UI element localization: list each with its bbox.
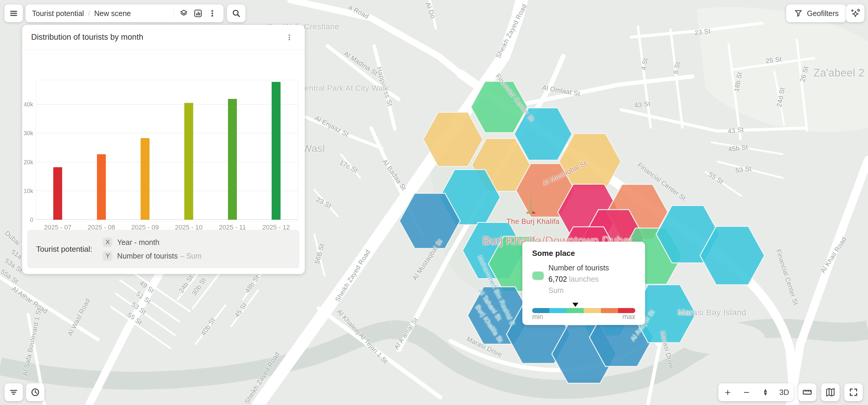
y-tick-label: 0 bbox=[30, 216, 33, 223]
scale-marker-icon bbox=[572, 303, 578, 307]
ruler-icon bbox=[802, 387, 812, 397]
y-tick-label: 30k bbox=[24, 130, 33, 136]
chart-card-header: Distribution of tourists by month bbox=[22, 25, 305, 50]
fullscreen-icon bbox=[849, 387, 858, 397]
bar-chart-plot[interactable]: 010k20k30k40k2025 - 072025 - 082025 - 09… bbox=[22, 50, 305, 230]
scale-min-label: min bbox=[532, 313, 543, 321]
clock-icon bbox=[31, 387, 40, 397]
scene-toolbar: Tourist potential / New scene bbox=[26, 4, 223, 22]
map-feature-tooltip: Some place Number of tourists 6,702 laun… bbox=[522, 242, 645, 325]
compass-needle-icon bbox=[761, 388, 770, 397]
chart-bar[interactable] bbox=[97, 154, 106, 220]
kebab-icon bbox=[208, 9, 216, 18]
y-axis-row: Y Number of tourists– Sum bbox=[103, 251, 202, 260]
zoom-in-button[interactable]: + bbox=[719, 384, 736, 400]
main-menu-button[interactable] bbox=[4, 4, 23, 22]
x-tick-label: 2025 - 07 bbox=[44, 223, 71, 230]
zoom-out-button[interactable]: − bbox=[738, 384, 755, 400]
app-root: City Walk Crestlanea RoadAl DoAl Madina … bbox=[0, 0, 868, 405]
tooltip-value: 6,702 bbox=[549, 275, 567, 283]
chart-bar[interactable] bbox=[184, 103, 193, 220]
gradient-segment bbox=[566, 308, 584, 313]
gradient-segment bbox=[584, 308, 601, 313]
3d-mode-button[interactable]: 3D bbox=[776, 384, 793, 400]
chart-bar[interactable] bbox=[141, 138, 149, 220]
geofilters-button[interactable]: Geofilters bbox=[786, 4, 846, 22]
tooltip-metric-name: Number of tourists bbox=[549, 263, 609, 272]
tooltip-aggregation: Sum bbox=[549, 286, 563, 295]
toolbar-divider bbox=[174, 8, 174, 19]
filter-data-button[interactable] bbox=[4, 383, 23, 401]
chart-title: Distribution of tourists by month bbox=[31, 33, 143, 42]
y-axis-badge: Y bbox=[103, 251, 112, 260]
breadcrumb-separator: / bbox=[88, 9, 90, 18]
hamburger-icon bbox=[9, 9, 18, 18]
layers-icon bbox=[179, 9, 188, 18]
x-tick-label: 2025 - 12 bbox=[262, 223, 290, 230]
y-axis-label: Number of tourists bbox=[117, 252, 178, 260]
breadcrumb-project[interactable]: Tourist potential bbox=[32, 9, 84, 18]
charts-button[interactable] bbox=[191, 6, 205, 21]
basemap-button[interactable] bbox=[821, 383, 840, 401]
x-axis-badge: X bbox=[103, 238, 112, 247]
gradient-segment bbox=[601, 308, 618, 313]
color-scale bbox=[532, 303, 635, 315]
funnel-icon bbox=[794, 9, 803, 18]
x-tick-label: 2025 - 09 bbox=[131, 223, 159, 230]
dataset-label: Tourist potential: bbox=[36, 245, 92, 254]
feature-color-swatch bbox=[532, 271, 544, 280]
x-tick-label: 2025 - 08 bbox=[88, 223, 115, 230]
chart-bar[interactable] bbox=[228, 99, 237, 220]
y-axis-aggregation: – Sum bbox=[180, 252, 202, 260]
x-axis-row: X Year - month bbox=[103, 238, 202, 247]
y-tick-label: 20k bbox=[24, 159, 33, 165]
chart-card: Distribution of tourists by month 010k20… bbox=[22, 25, 305, 274]
bar-chart-icon bbox=[193, 9, 203, 18]
chart-legend-panel: Tourist potential: X Year - month Y Numb… bbox=[27, 230, 300, 268]
layers-button[interactable] bbox=[177, 6, 191, 21]
more-options-button[interactable] bbox=[205, 6, 219, 21]
x-tick-label: 2025 - 10 bbox=[175, 223, 203, 230]
compass-button[interactable] bbox=[757, 384, 774, 400]
gradient-segment bbox=[618, 308, 635, 313]
scale-max-label: max bbox=[623, 313, 635, 321]
fullscreen-button[interactable] bbox=[844, 383, 863, 401]
y-tick-label: 40k bbox=[24, 101, 33, 107]
sparkle-icon bbox=[850, 8, 860, 19]
map-navigation-group: + − 3D bbox=[718, 383, 794, 401]
map-icon bbox=[825, 387, 835, 397]
x-tick-label: 2025 - 11 bbox=[219, 223, 246, 230]
chart-bar[interactable] bbox=[272, 82, 280, 220]
geofilters-label: Geofilters bbox=[807, 9, 839, 18]
tooltip-unit: launches bbox=[569, 275, 599, 283]
tooltip-title: Some place bbox=[532, 249, 575, 258]
chart-menu-button[interactable] bbox=[283, 31, 296, 44]
gradient-segment bbox=[532, 308, 549, 313]
search-icon bbox=[231, 9, 241, 18]
ai-assistant-button[interactable] bbox=[846, 4, 864, 22]
x-axis-label: Year - month bbox=[117, 238, 159, 247]
filter-lines-icon bbox=[9, 388, 18, 397]
breadcrumb-scene[interactable]: New scene bbox=[94, 9, 131, 18]
color-scale-bar bbox=[532, 308, 635, 313]
time-playback-button[interactable] bbox=[26, 383, 44, 401]
y-tick-label: 10k bbox=[24, 188, 33, 194]
tooltip-value-row: 6,702 launches bbox=[549, 275, 599, 283]
water-canal bbox=[0, 330, 391, 381]
measure-button[interactable] bbox=[798, 383, 816, 401]
search-button[interactable] bbox=[227, 4, 245, 22]
kebab-icon bbox=[285, 33, 293, 41]
chart-bar[interactable] bbox=[53, 167, 62, 220]
gradient-segment bbox=[549, 308, 566, 313]
